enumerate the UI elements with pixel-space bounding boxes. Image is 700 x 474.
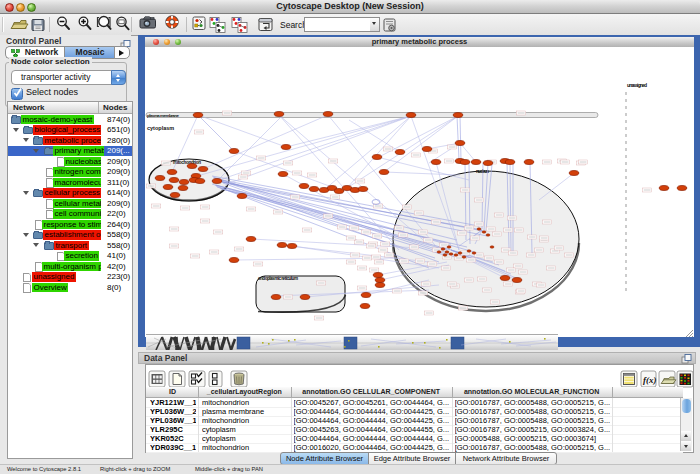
svg-text:plasma membrane: plasma membrane [147, 113, 180, 118]
svg-text:endoplasmic reticulum: endoplasmic reticulum [258, 276, 298, 281]
svg-text:f(x): f(x) [643, 375, 657, 385]
svg-text:unassigned: unassigned [627, 82, 647, 88]
svg-text:cytoplasm: cytoplasm [147, 125, 174, 131]
